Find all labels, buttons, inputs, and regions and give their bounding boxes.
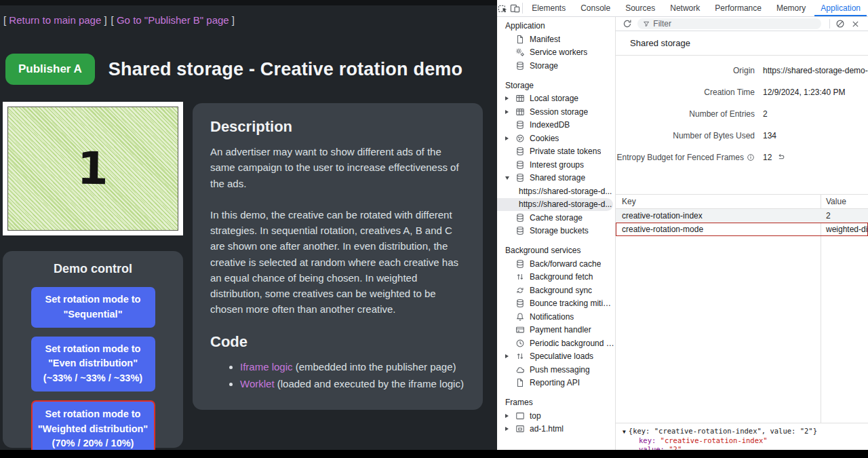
sidebar-item-session-storage[interactable]: Session storage [497, 105, 615, 119]
sidebar-item-label: Storage buckets [530, 226, 589, 235]
tree-expander-icon[interactable] [505, 414, 515, 418]
inspect-element-icon[interactable] [497, 0, 509, 16]
rotation-mode-button-weighted-distribut[interactable]: Set rotation mode to "Weighted distribut… [31, 400, 155, 450]
card-icon [515, 324, 526, 335]
sidebar-item-private-state-tokens[interactable]: Private state tokens [497, 145, 615, 159]
reset-budget-icon[interactable] [777, 153, 785, 161]
object-property-row: value: "2" [623, 445, 868, 450]
table-row-creative-rotation-index[interactable]: creative-rotation-index2 [616, 209, 868, 223]
sidebar-item-storage[interactable]: Storage [497, 59, 615, 73]
code-link-worklet[interactable]: Worklet [240, 378, 275, 389]
sidebar-item-interest-groups[interactable]: Interest groups [497, 158, 615, 172]
code-list-item: Iframe logic (embedded into the publishe… [240, 359, 465, 375]
table-row-creative-rotation-mode[interactable]: creative-rotation-modeweighted-dist [616, 223, 868, 236]
report-value: 12/9/2024, 1:23:40 PM [763, 88, 845, 97]
publisher-page: [ Return to main page ][ Go to "Publishe… [0, 0, 497, 450]
sidebar-item-label: Manifest [530, 35, 560, 44]
table-cell-key: creative-rotation-index [616, 211, 821, 221]
sidebar-item-background-sync[interactable]: Background sync [497, 284, 615, 297]
clock-icon [515, 338, 526, 349]
tree-expander-icon[interactable] [505, 427, 515, 431]
sidebar-item-cache-storage[interactable]: Cache storage [497, 211, 615, 225]
description-paragraph: In this demo, the creative can be rotate… [210, 207, 465, 318]
sidebar-item-ad-1-html[interactable]: ad-1.html [497, 423, 615, 436]
object-preview-summary: {key: "creative-rotation-index", value: … [629, 427, 817, 435]
object-property-row: key: "creative-rotation-index" [623, 436, 868, 445]
devtools-tab-application[interactable]: Application [813, 0, 868, 16]
database-icon [515, 212, 526, 223]
sidebar-item-cookies[interactable]: Cookies [497, 132, 615, 145]
sidebar-item-speculative-loads[interactable]: Speculative loads [497, 350, 615, 364]
devtools-tab-sources[interactable]: Sources [618, 0, 663, 16]
property-name: value: [639, 445, 669, 450]
rotation-mode-button-even-distribution[interactable]: Set rotation mode to "Even distribution"… [31, 337, 155, 392]
sidebar-item-bounce-tracking-mitiga[interactable]: Bounce tracking mitiga... [497, 297, 615, 311]
devtools-tab-console[interactable]: Console [573, 0, 618, 16]
refresh-icon[interactable] [620, 18, 635, 30]
sidebar-item-shared-storage[interactable]: Shared storage [497, 172, 615, 185]
rotation-mode-button-sequential[interactable]: Set rotation mode to "Sequential" [31, 287, 155, 328]
column-header-key[interactable]: Key [616, 197, 821, 206]
sidebar-item-top[interactable]: top [497, 409, 615, 423]
code-link-description: (embedded into the publisher page) [293, 361, 456, 373]
updown-icon [515, 271, 526, 282]
tree-expander-icon[interactable] [505, 136, 515, 140]
tree-expander-icon[interactable] [505, 354, 515, 358]
devtools-tab-elements[interactable]: Elements [524, 0, 573, 16]
ad-creative-frame[interactable]: 1 [3, 102, 183, 235]
entry-preview-pane: ▼{key: "creative-rotation-index", value:… [616, 423, 868, 450]
report-label: Number of Entries [689, 109, 755, 119]
tree-expander-icon[interactable] [505, 96, 515, 100]
bell-icon [515, 311, 526, 322]
grid-icon [515, 107, 526, 117]
nav-link-go-to-publisher-b-page[interactable]: Go to "Publisher B" page [117, 14, 229, 26]
sidebar-item-label: Cache storage [530, 213, 583, 223]
sidebar-item-https-shared-storage-d[interactable]: https://shared-storage-d... [497, 185, 615, 198]
bottom-screen-edge [0, 450, 868, 458]
tree-expander-icon[interactable] [505, 176, 515, 180]
property-name: key: [639, 436, 660, 444]
nav-link-return-to-main-page[interactable]: Return to main page [9, 14, 101, 26]
devtools-tab-performance[interactable]: Performance [707, 0, 769, 16]
devtools-tab-network[interactable]: Network [663, 0, 707, 16]
filter-funnel-icon [643, 20, 650, 28]
shared-storage-table: KeyValuecreative-rotation-index2creative… [616, 194, 868, 423]
sidebar-item-service-workers[interactable]: Service workers [497, 46, 615, 60]
sidebar-item-background-fetch[interactable]: Background fetch [497, 271, 615, 284]
filter-input[interactable] [653, 19, 816, 28]
sidebar-item-label: https://shared-storage-d... [519, 187, 612, 196]
report-row-creation-time: Creation Time12/9/2024, 1:23:40 PM [616, 81, 868, 103]
shared-storage-metadata: Originhttps://shared-storage-demo-coCrea… [616, 56, 868, 194]
delete-icon[interactable] [848, 18, 863, 30]
sidebar-section-storage: Storage [497, 79, 615, 92]
sidebar-item-reporting-api[interactable]: Reporting API [497, 377, 615, 390]
devtools-tab-memory[interactable]: Memory [769, 0, 813, 16]
device-toolbar-icon[interactable] [509, 0, 521, 16]
database-icon [515, 146, 526, 157]
filter-field[interactable] [637, 18, 821, 29]
sidebar-item-periodic-background-s[interactable]: Periodic background s... [497, 337, 615, 350]
sidebar-item-indexeddb[interactable]: IndexedDB [497, 119, 615, 132]
sidebar-item-storage-buckets[interactable]: Storage buckets [497, 225, 615, 238]
sidebar-item-https-shared-storage-d[interactable]: https://shared-storage-d... [497, 198, 613, 212]
database-icon [515, 225, 526, 236]
sidebar-item-local-storage[interactable]: Local storage [497, 92, 615, 106]
nav-bracket: ] [229, 14, 235, 26]
expand-triangle-icon[interactable]: ▼ [623, 429, 626, 435]
database-icon [515, 159, 526, 170]
sidebar-item-notifications[interactable]: Notifications [497, 310, 615, 324]
sync-icon [515, 285, 526, 296]
tree-expander-icon[interactable] [505, 110, 515, 114]
clear-icon[interactable] [833, 18, 848, 30]
database-icon [515, 172, 526, 183]
sidebar-item-back-forward-cache[interactable]: Back/forward cache [497, 257, 615, 271]
sidebar-item-manifest[interactable]: Manifest [497, 33, 615, 46]
property-value: "2" [669, 445, 682, 450]
column-header-value[interactable]: Value [821, 197, 868, 206]
document-icon [515, 377, 526, 388]
sidebar-item-payment-handler[interactable]: Payment handler [497, 324, 615, 337]
cloud-icon [515, 364, 526, 375]
sidebar-item-push-messaging[interactable]: Push messaging [497, 363, 615, 377]
code-link-iframe-logic[interactable]: Iframe logic [240, 361, 293, 373]
info-icon[interactable] [747, 153, 755, 161]
